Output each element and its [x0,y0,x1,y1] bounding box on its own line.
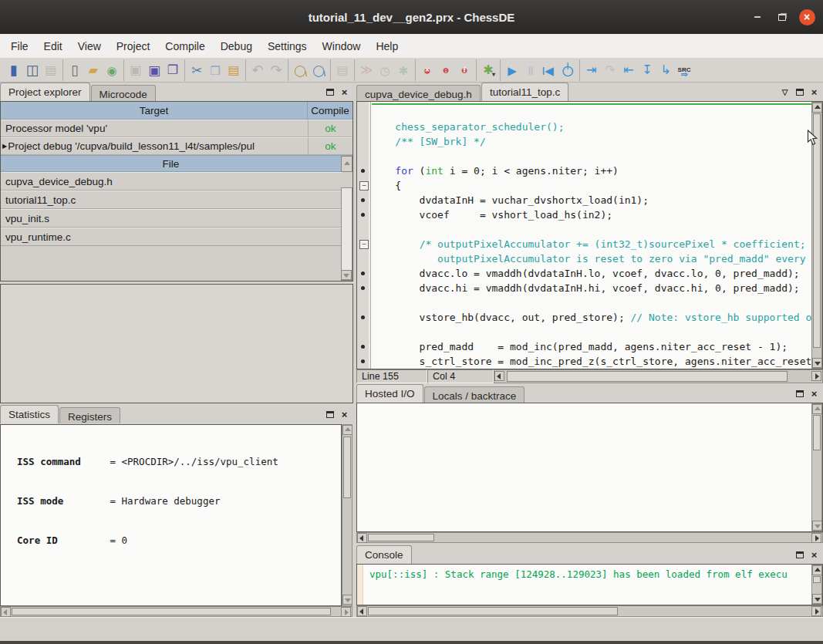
gutter-cell[interactable] [357,207,371,222]
menu-item[interactable]: Help [368,35,406,57]
panel-restore-button[interactable] [794,550,804,560]
list-item[interactable]: vpu_runtime.c [1,228,342,246]
gutter-cell[interactable] [357,237,371,251]
save-icon[interactable]: ▣ [145,61,164,79]
new-file-icon[interactable]: ▯ [66,61,84,79]
breakpoint-icon[interactable]: ● ↓ [437,61,455,79]
gutter-cell[interactable] [357,164,371,178]
save-as-icon[interactable]: ▣ [126,61,145,79]
file-list-scroll-up[interactable] [341,156,352,172]
hosted-io-hscrollbar[interactable] [356,532,823,543]
console-scroll-down[interactable] [812,594,822,604]
gutter-cell[interactable] [357,134,371,149]
menu-item[interactable]: File [3,35,36,57]
tab-microcode[interactable]: Microcode [91,85,156,101]
panel-close-button[interactable]: × [339,410,349,420]
statistics-scroll-down[interactable] [342,595,352,605]
statistics-scroll-right[interactable] [341,607,351,617]
gutter-cell[interactable] [357,178,371,193]
tab-project-explorer[interactable]: Project explorer [0,83,90,101]
gutter-cell[interactable] [357,325,371,339]
gutter-cell[interactable] [357,193,371,207]
restart-icon[interactable]: ◀ | [540,61,558,79]
tab-statistics[interactable]: Statistics [0,405,59,423]
function-breakpoint-icon[interactable]: ● f [455,61,474,79]
list-item[interactable]: vpu_init.s [1,209,342,228]
gutter-cell[interactable] [357,251,371,266]
minimize-button[interactable]: – [747,0,767,34]
tab-locals-backtrace[interactable]: Locals / backtrace [424,386,525,403]
hosted-io-scroll-left[interactable] [357,533,367,543]
editor-tab-list-dropdown[interactable]: ▽ [780,87,790,97]
step-out-icon[interactable]: ⇤ [619,61,638,79]
step-into-icon[interactable]: ⇥ [582,61,601,79]
console-scroll-right[interactable] [811,606,821,616]
gutter-cell[interactable] [357,266,371,281]
open-project-icon[interactable]: ▮ [5,61,23,79]
gutter-cell[interactable] [357,310,371,325]
compile-history-icon[interactable]: ◷ [376,61,394,79]
menu-item[interactable]: View [70,35,109,57]
paste-icon[interactable]: ▤ [224,61,243,79]
gutter-cell[interactable] [357,120,371,134]
statistics-vscrollbar[interactable] [342,424,352,606]
save-all-icon[interactable]: ❐ [164,61,182,79]
list-item[interactable]: cupva_device_debug.h [1,172,342,191]
editor-scroll-down[interactable] [812,358,822,368]
open-file-icon[interactable]: ▰ [84,61,103,79]
debug-settings-icon[interactable]: ✱ ▾ [479,61,498,79]
editor-scroll-up[interactable] [812,103,822,113]
gutter-cell[interactable] [357,281,371,295]
redo-icon[interactable]: ↷ [267,61,285,79]
hosted-io-vscrollbar[interactable] [811,403,822,531]
copy-icon[interactable]: ❐ [206,61,224,79]
statistics-hscrollbar[interactable] [0,606,352,617]
close-button[interactable]: × [795,0,818,34]
panel-restore-button[interactable] [794,87,804,97]
power-icon[interactable]: ◯ | [558,61,577,79]
undo-icon[interactable]: ↶ [248,61,267,79]
tab-cupva-device-debug-h[interactable]: cupva_device_debug.h [356,85,481,101]
gutter-cell[interactable] [357,339,371,354]
file-list-scrollbar[interactable] [341,187,352,281]
open-workspace-icon[interactable]: ◫ [23,61,42,79]
hosted-io-scroll-up[interactable] [812,404,822,414]
panel-close-button[interactable]: × [809,389,819,399]
panel-restore-button[interactable] [325,410,335,420]
gutter-cell[interactable] [357,354,371,369]
src-mode-icon[interactable]: SRC ⇒ [675,61,693,79]
table-row[interactable]: Project debug '/cupva/build_lesson11_l4t… [1,137,352,155]
menu-item[interactable]: Edit [36,35,70,57]
menu-item[interactable]: Project [109,35,158,57]
panel-close-button[interactable]: × [809,87,819,97]
step-instruction-icon[interactable]: ↳ [656,61,675,79]
run-to-cursor-icon[interactable]: ↧ [638,61,656,79]
console-hscrollbar[interactable] [356,605,823,617]
statistics-scroll-left[interactable] [1,607,11,617]
gutter-cell[interactable] [357,295,371,310]
panel-close-button[interactable]: × [339,87,349,97]
find-in-files-icon[interactable]: ◯ \ [309,61,328,79]
panel-restore-button[interactable] [325,87,335,97]
maximize-button[interactable] [772,0,792,34]
list-item[interactable]: tutorial11_top.c [1,191,342,209]
table-row[interactable]: Processor model 'vpu' ok [1,120,352,137]
stop-icon[interactable]: ● × [418,61,437,79]
tab-tutorial11-top-c[interactable]: tutorial11_top.c [481,83,568,101]
find-icon[interactable]: ◯ \ [291,61,309,79]
menu-item[interactable]: Debug [213,35,260,57]
tab-registers[interactable]: Registers [59,407,120,423]
recompile-icon[interactable]: ✱ [394,61,413,79]
project-add-icon[interactable]: ▤ [42,61,60,79]
panel-restore-button[interactable] [794,389,804,399]
menu-item[interactable]: Settings [260,35,315,57]
build-log-icon[interactable]: ▤ [333,61,352,79]
editor-hscrollbar[interactable] [494,369,823,383]
gutter-cell[interactable] [357,149,371,164]
tab-hosted-io[interactable]: Hosted I/O [356,384,423,403]
editor-scroll-right[interactable] [811,371,821,381]
editor-scroll-left[interactable] [494,371,504,381]
step-over-icon[interactable]: ↷ [601,61,619,79]
hosted-io-scroll-down[interactable] [812,521,822,531]
menu-item[interactable]: Compile [157,35,212,57]
